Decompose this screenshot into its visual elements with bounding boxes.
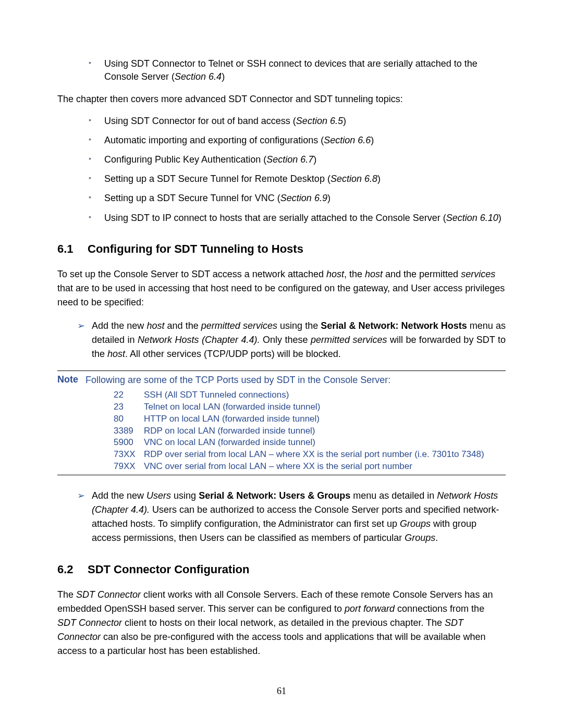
port-description: RDP on local LAN (forwarded inside tunne…	[144, 425, 506, 437]
text-run: . All other services (TCP/UDP ports) wil…	[125, 349, 341, 359]
document-page: Using SDT Connector to Telnet or SSH con…	[0, 0, 563, 728]
text-run: host	[365, 269, 383, 279]
text-run: Add the new	[92, 320, 146, 331]
port-number: 5900	[114, 437, 144, 449]
chapter-intro-text: The chapter then covers more advanced SD…	[57, 93, 506, 106]
port-description: HTTP on local LAN (forwarded inside tunn…	[144, 413, 506, 425]
bullet-item: Configuring Public Key Authentication (S…	[89, 153, 506, 166]
text-run: Groups	[405, 533, 435, 543]
text-run: .	[435, 533, 438, 543]
text-run: , the	[344, 269, 365, 279]
note-label: Note	[57, 373, 85, 385]
port-description: VNC on local LAN (forwarded inside tunne…	[144, 437, 506, 449]
bullet-item: Setting up a SDT Secure Tunnel for VNC (…	[89, 192, 506, 205]
text-run: Setting up a SDT Secure Tunnel for Remot…	[104, 174, 331, 184]
text-run: )	[313, 154, 316, 165]
port-row: 5900VNC on local LAN (forwarded inside t…	[114, 437, 506, 449]
note-row: Note Following are some of the TCP Ports…	[57, 373, 506, 473]
port-description: Telnet on local LAN (forwarded inside tu…	[144, 401, 506, 413]
text-run: Setting up a SDT Secure Tunnel for VNC (	[104, 193, 280, 203]
text-run: port forward	[345, 603, 395, 614]
text-run: Only these	[260, 335, 310, 345]
port-number: 73XX	[114, 449, 144, 461]
text-run: Groups	[400, 519, 431, 529]
port-table: 22SSH (All SDT Tunneled connections)23Te…	[85, 389, 506, 473]
text-run: )	[371, 135, 374, 145]
text-run: host	[326, 269, 344, 279]
section-6-1-paragraph: To set up the Console Server to SDT acce…	[57, 267, 506, 310]
intro-bullet-list: Using SDT Connector to Telnet or SSH con…	[57, 57, 506, 83]
text-run: Configuring Public Key Authentication (	[104, 154, 266, 165]
note-box: Note Following are some of the TCP Ports…	[57, 371, 506, 476]
section-6-2-paragraph: The SDT Connector client works with all …	[57, 588, 506, 658]
section-reference: Section 6.9	[280, 193, 327, 203]
bullet-item: Setting up a SDT Secure Tunnel for Remot…	[89, 172, 506, 186]
text-run: host	[107, 349, 125, 359]
section-heading-6-2: 6.2SDT Connector Configuration	[57, 563, 506, 576]
advanced-bullet-list: Using SDT Connector for out of band acce…	[57, 115, 506, 225]
text-run: that are to be used in accessing that ho…	[57, 283, 505, 307]
section-reference: Section 6.6	[324, 135, 371, 145]
text-run: services	[461, 269, 495, 279]
text-run: Automatic importing and exporting of con…	[104, 135, 324, 145]
note-intro-text: Following are some of the TCP Ports used…	[85, 373, 506, 387]
text-run: and the permitted	[383, 269, 461, 279]
port-description: RDP over serial from local LAN – where X…	[144, 449, 506, 461]
bullet-item: Automatic importing and exporting of con…	[89, 134, 506, 147]
text-run: Serial & Network: Network Hosts	[321, 320, 467, 331]
text-run: permitted services	[201, 320, 277, 331]
section-reference: Section 6.10	[446, 213, 498, 223]
bullet-item: Using SDT Connector for out of band acce…	[89, 115, 506, 128]
section-reference: Section 6.4	[175, 71, 222, 82]
text-run: Add the new	[92, 490, 146, 501]
port-number: 80	[114, 413, 144, 425]
section-title: Configuring for SDT Tunneling to Hosts	[88, 242, 303, 255]
port-number: 79XX	[114, 461, 144, 473]
bullet-item: Using SDT Connector to Telnet or SSH con…	[89, 57, 506, 83]
section-number: 6.1	[57, 242, 88, 256]
port-number: 22	[114, 389, 144, 401]
section-reference: Section 6.5	[296, 116, 343, 126]
text-run: Using SDT Connector for out of band acce…	[104, 116, 296, 126]
text-run: Network Hosts (Chapter 4.4).	[138, 335, 260, 345]
bullet-item: Using SDT to IP connect to hosts that ar…	[89, 212, 506, 225]
section-title: SDT Connector Configuration	[88, 563, 249, 576]
section-heading-6-1: 6.1Configuring for SDT Tunneling to Host…	[57, 242, 506, 256]
section-reference: Section 6.7	[266, 154, 313, 165]
text-run: The	[57, 589, 76, 600]
text-run: permitted services	[311, 335, 387, 345]
port-row: 79XXVNC over serial from local LAN – whe…	[114, 461, 506, 473]
port-row: 80HTTP on local LAN (forwarded inside tu…	[114, 413, 506, 425]
section-number: 6.2	[57, 563, 88, 576]
text-run: )	[498, 213, 501, 223]
port-description: VNC over serial from local LAN – where X…	[144, 461, 506, 473]
text-run: and the	[164, 320, 201, 331]
arrow-item: Add the new host and the permitted servi…	[77, 319, 506, 361]
arrow-list-2: Add the new Users using Serial & Network…	[57, 489, 506, 545]
port-row: 73XXRDP over serial from local LAN – whe…	[114, 449, 506, 461]
text-run: using the	[277, 320, 321, 331]
text-run: Using SDT Connector to Telnet or SSH con…	[104, 58, 478, 82]
port-description: SSH (All SDT Tunneled connections)	[144, 389, 506, 401]
text-run: connections from the	[395, 603, 484, 614]
arrow-item: Add the new Users using Serial & Network…	[77, 489, 506, 545]
port-row: 23Telnet on local LAN (forwarded inside …	[114, 401, 506, 413]
text-run: )	[327, 193, 331, 203]
port-number: 23	[114, 401, 144, 413]
text-run: To set up the Console Server to SDT acce…	[57, 269, 326, 279]
port-row: 22SSH (All SDT Tunneled connections)	[114, 389, 506, 401]
section-reference: Section 6.8	[331, 174, 377, 184]
text-run: )	[343, 116, 346, 126]
text-run: menu as detailed in	[350, 490, 437, 501]
text-run: client to hosts on their local network, …	[122, 618, 445, 628]
text-run: can also be pre-configured with the acce…	[57, 632, 486, 656]
text-run: Using SDT to IP connect to hosts that ar…	[104, 213, 446, 223]
text-run: )	[377, 174, 381, 184]
port-number: 3389	[114, 425, 144, 437]
text-run: SDT Connector	[76, 589, 141, 600]
note-body: Following are some of the TCP Ports used…	[85, 373, 506, 473]
text-run: host	[146, 320, 164, 331]
text-run: )	[222, 71, 225, 82]
text-run: Users	[146, 490, 171, 501]
text-run: Serial & Network: Users & Groups	[199, 490, 350, 501]
